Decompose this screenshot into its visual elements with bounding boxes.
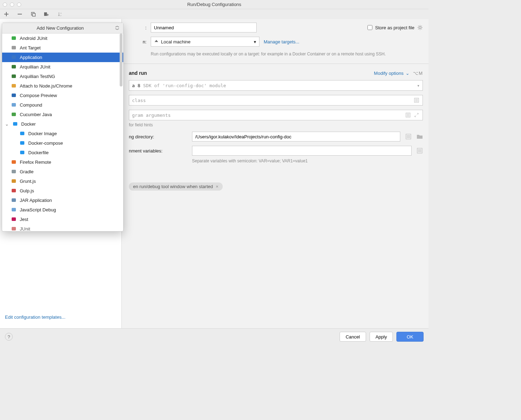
configuration-type-list[interactable]: Android JUnitAnt TargetApplicationArquil… — [2, 34, 123, 231]
config-type-item[interactable]: Gradle — [2, 167, 123, 176]
folder-icon[interactable] — [417, 133, 423, 140]
edit-templates-link[interactable]: Edit configuration templates... — [5, 314, 65, 320]
config-type-item[interactable]: Dockerfile — [2, 148, 123, 157]
config-type-icon — [11, 102, 17, 108]
config-type-item[interactable]: Jest — [2, 215, 123, 224]
config-type-item[interactable]: Cucumber Java — [2, 110, 123, 119]
svg-rect-18 — [13, 122, 17, 126]
local-machine-icon — [154, 39, 159, 44]
list-icon[interactable] — [405, 112, 411, 118]
config-type-item[interactable]: Compose Preview — [2, 91, 123, 100]
config-type-icon — [11, 54, 17, 60]
config-type-icon — [11, 64, 17, 70]
apply-button[interactable]: Apply — [370, 332, 393, 342]
config-type-item[interactable]: Firefox Remote — [2, 157, 123, 167]
svg-text:a: a — [60, 12, 62, 14]
chevron-down-icon: ⌄ — [4, 121, 9, 127]
open-tool-window-chip[interactable]: en run/debug tool window when started × — [129, 182, 223, 191]
configurations-toolbar: az — [0, 9, 429, 19]
manage-targets-link[interactable]: Manage targets... — [264, 39, 299, 44]
config-type-icon — [11, 216, 17, 222]
config-type-label: Compose Preview — [20, 93, 57, 98]
config-type-icon — [11, 44, 17, 51]
save-template-button[interactable] — [44, 11, 49, 17]
env-vars-hint: Separate variables with semicolon: VAR=v… — [192, 158, 423, 164]
minimize-window[interactable] — [10, 2, 14, 7]
svg-rect-15 — [12, 94, 16, 97]
working-dir-input[interactable] — [192, 132, 400, 142]
config-type-item[interactable]: Docker-compose — [2, 138, 123, 148]
config-type-item[interactable]: Compound — [2, 100, 123, 110]
run-on-value: Local machine — [161, 39, 191, 44]
popup-title: Add New Configuration — [37, 25, 84, 31]
build-and-run-heading: and run — [129, 70, 147, 76]
config-type-item[interactable]: Ant Target — [2, 43, 123, 53]
sdk-select[interactable]: a 8 SDK of 'run-config-doc' module ▾ — [129, 80, 423, 91]
svg-rect-17 — [12, 113, 16, 116]
config-type-icon — [11, 159, 17, 165]
config-type-item[interactable]: ⌄Docker — [2, 119, 123, 129]
config-type-item[interactable]: Grunt.js — [2, 176, 123, 186]
svg-text:z: z — [60, 14, 61, 17]
config-type-item[interactable]: Application — [2, 53, 123, 62]
config-type-icon — [11, 187, 17, 194]
config-type-icon — [19, 140, 25, 146]
config-type-item[interactable]: JavaScript Debug — [2, 205, 123, 215]
scrollbar[interactable] — [120, 34, 122, 86]
store-as-project-file[interactable]: Store as project file — [367, 25, 423, 30]
working-dir-label: ng directory: — [129, 134, 187, 139]
add-button[interactable] — [4, 11, 9, 17]
chevron-down-icon: ▾ — [254, 39, 256, 44]
zoom-window[interactable] — [17, 2, 21, 7]
svg-rect-16 — [12, 103, 16, 107]
program-arguments-field[interactable]: gram arguments — [129, 110, 423, 120]
ok-button[interactable]: OK — [396, 332, 424, 342]
config-type-label: Dockerfile — [28, 150, 49, 155]
svg-rect-13 — [12, 74, 16, 78]
close-icon[interactable]: × — [216, 184, 218, 189]
list-icon[interactable] — [417, 148, 423, 154]
config-type-icon — [19, 130, 25, 137]
config-type-item[interactable]: Android JUnit — [2, 34, 123, 43]
field-hints-text: for field hints — [129, 122, 423, 127]
config-type-item[interactable]: Arquillian JUnit — [2, 62, 123, 72]
divider — [123, 64, 429, 64]
config-type-icon — [11, 197, 17, 203]
env-vars-input[interactable] — [192, 146, 412, 156]
config-type-item[interactable]: Gulp.js — [2, 186, 123, 196]
store-checkbox[interactable] — [367, 25, 372, 30]
config-type-item[interactable]: Attach to Node.js/Chrome — [2, 81, 123, 91]
list-icon[interactable] — [405, 133, 412, 140]
list-icon[interactable] — [413, 97, 420, 103]
svg-rect-26 — [12, 198, 16, 202]
svg-rect-12 — [12, 65, 16, 68]
svg-rect-28 — [12, 217, 16, 221]
config-type-item[interactable]: Docker Image — [2, 129, 123, 138]
config-type-label: Firefox Remote — [20, 160, 51, 165]
config-type-item[interactable]: JAR Application — [2, 196, 123, 205]
chevron-down-icon: ▾ — [417, 83, 420, 88]
copy-button[interactable] — [30, 11, 36, 17]
config-type-label: Cucumber Java — [20, 112, 52, 117]
modify-shortcut: ⌥M — [413, 71, 423, 76]
cancel-button[interactable]: Cancel — [340, 332, 366, 342]
svg-point-4 — [419, 26, 421, 29]
remove-button[interactable] — [17, 11, 23, 17]
close-window[interactable] — [3, 2, 7, 7]
collapse-icon[interactable] — [115, 25, 120, 30]
titlebar: Run/Debug Configurations — [0, 0, 429, 9]
config-type-item[interactable]: JUnit — [2, 224, 123, 231]
expand-icon[interactable] — [413, 112, 420, 118]
modify-options-link[interactable]: Modify options ⌄ — [374, 71, 409, 76]
main-class-field[interactable]: class — [129, 95, 423, 106]
config-type-label: JavaScript Debug — [20, 207, 56, 212]
gear-icon[interactable] — [417, 25, 423, 30]
svg-rect-19 — [20, 132, 24, 135]
sort-button[interactable]: az — [57, 11, 63, 17]
store-label: Store as project file — [375, 25, 414, 30]
name-input[interactable] — [151, 23, 257, 32]
config-type-label: Arquillian JUnit — [20, 64, 50, 70]
run-on-select[interactable]: Local machine ▾ — [151, 37, 259, 47]
config-type-item[interactable]: Arquillian TestNG — [2, 72, 123, 81]
help-button[interactable]: ? — [5, 333, 13, 341]
